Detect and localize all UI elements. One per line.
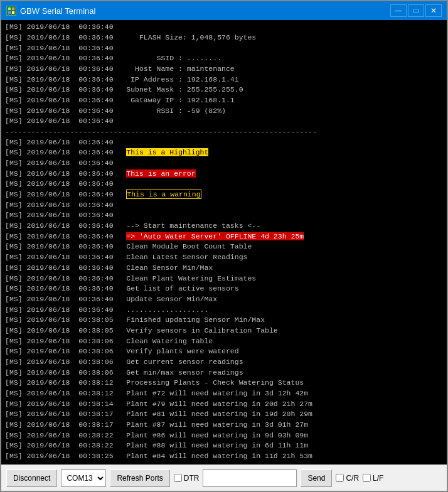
highlighted-text: => 'Auto Water Server' OFFLINE 4d 23h 25… bbox=[126, 232, 304, 240]
window-controls: — □ ✕ bbox=[390, 4, 442, 17]
terminal-line: [MS] 2019/06/18 00:36:40 bbox=[5, 137, 443, 148]
terminal-line: [MS] 2019/06/18 00:36:40 Clean Latest Se… bbox=[5, 252, 443, 263]
dtr-checkbox[interactable] bbox=[174, 474, 182, 482]
svg-rect-2 bbox=[12, 8, 14, 10]
terminal-line: [MS] 2019/06/18 00:36:40 bbox=[5, 22, 443, 33]
port-select[interactable]: COM13 COM1 COM2 COM3 bbox=[61, 469, 106, 487]
terminal-line: ----------------------------------------… bbox=[5, 127, 443, 137]
terminal-line: [MS] 2019/06/18 00:38:12 Plant #72 will … bbox=[5, 388, 443, 399]
terminal-line: [MS] 2019/06/18 00:36:40 bbox=[5, 116, 443, 127]
cr-label: C/R bbox=[346, 474, 359, 483]
terminal-output[interactable]: => Grow by Wire Maintenance Module=> ESP… bbox=[1, 20, 447, 464]
dtr-group: DTR bbox=[174, 474, 200, 483]
terminal-line: [MS] 2019/06/18 00:38:05 Verify sensors … bbox=[5, 326, 443, 336]
terminal-line: [MS] 2019/06/18 00:38:06 Clean Watering … bbox=[5, 336, 443, 347]
dtr-label: DTR bbox=[184, 474, 200, 483]
main-window: GBW Serial Terminal — □ ✕ => Grow by Wir… bbox=[0, 0, 448, 492]
terminal-line: [MS] 2019/06/18 00:38:17 Plant #81 will … bbox=[5, 409, 443, 420]
terminal-line: [MS] 2019/06/18 00:38:14 Plant #79 will … bbox=[5, 399, 443, 410]
app-icon bbox=[6, 6, 16, 16]
refresh-ports-button[interactable]: Refresh Ports bbox=[110, 469, 169, 487]
send-button[interactable]: Send bbox=[301, 469, 332, 487]
terminal-line: [MS] 2019/06/18 00:36:40 Clean Module Bo… bbox=[5, 242, 443, 252]
terminal-line: [MS] 2019/06/18 00:36:40 bbox=[5, 210, 443, 221]
terminal-line: [MS] 2019/06/18 00:38:17 Plant #87 will … bbox=[5, 420, 443, 430]
disconnect-button[interactable]: Disconnect bbox=[6, 469, 57, 487]
terminal-line: [MS] 2019/06/18 00:36:40 This is a Highl… bbox=[5, 147, 443, 158]
highlighted-text: This is a warning bbox=[126, 190, 201, 199]
terminal-line: [MS] 2019/06/18 00:38:22 Plant #88 will … bbox=[5, 441, 443, 451]
cr-group: C/R bbox=[336, 474, 359, 483]
terminal-line: [MS] 2019/06/18 00:36:40 bbox=[5, 158, 443, 169]
terminal-line: [MS] 2019/06/18 00:36:40 ...............… bbox=[5, 305, 443, 316]
terminal-line: [MS] 2019/06/18 00:36:40 IP Address : 19… bbox=[5, 75, 443, 85]
terminal-line: [MS] 2019/06/18 00:36:40 This is a warni… bbox=[5, 190, 443, 200]
terminal-line: [MS] 2019/06/18 00:36:40 Subnet Mask : 2… bbox=[5, 85, 443, 95]
bottom-toolbar: Disconnect COM13 COM1 COM2 COM3 Refresh … bbox=[1, 464, 447, 491]
cr-checkbox[interactable] bbox=[336, 474, 344, 482]
terminal-line: [MS] 2019/06/18 00:38:12 Processing Plan… bbox=[5, 378, 443, 388]
terminal-line: [MS] 2019/06/18 00:36:40 bbox=[5, 200, 443, 211]
terminal-line: [MS] 2019/06/18 00:36:40 Get list of act… bbox=[5, 284, 443, 294]
terminal-line: [MS] 2019/06/18 00:36:40 Clean Sensor Mi… bbox=[5, 263, 443, 274]
terminal-line: [MS] 2019/06/18 00:38:25 Plant #84 will … bbox=[5, 451, 443, 462]
lf-group: L/F bbox=[363, 474, 383, 483]
terminal-line: [MS] 2019/06/18 00:36:40 => 'Auto Water … bbox=[5, 232, 443, 242]
highlighted-text: This is a Highlight bbox=[126, 148, 208, 156]
title-bar: GBW Serial Terminal — □ ✕ bbox=[1, 1, 447, 20]
minimize-button[interactable]: — bbox=[390, 4, 407, 17]
send-input[interactable] bbox=[203, 469, 297, 487]
svg-rect-1 bbox=[8, 8, 11, 10]
terminal-line: [MS] 2019/06/18 00:36:40 bbox=[5, 43, 443, 54]
terminal-line: [MS] 2019/06/18 00:38:05 Finished updati… bbox=[5, 315, 443, 326]
terminal-line: [MS] 2019/06/18 00:36:40 SSID : ........ bbox=[5, 53, 443, 64]
highlighted-text: This is an error bbox=[126, 169, 195, 178]
terminal-line: [MS] 2019/06/18 00:36:40 --> Start maint… bbox=[5, 221, 443, 232]
terminal-line: [MS] 2019/06/18 00:38:22 Plant #86 will … bbox=[5, 430, 443, 441]
maximize-button[interactable]: □ bbox=[408, 4, 424, 17]
close-button[interactable]: ✕ bbox=[425, 4, 442, 17]
terminal-line: [MS] 2019/06/18 00:36:40 Gataway IP : 19… bbox=[5, 95, 443, 106]
terminal-line: [MS] 2019/06/18 00:36:40 FLASH Size: 1,0… bbox=[5, 33, 443, 43]
terminal-line: [MS] 2019/06/18 00:38:06 Verify plants w… bbox=[5, 346, 443, 357]
terminal-line: [MS] 2019/06/18 00:36:40 bbox=[5, 179, 443, 190]
svg-rect-3 bbox=[8, 11, 11, 14]
terminal-line: [MS] 2019/06/18 00:36:40 This is an erro… bbox=[5, 169, 443, 179]
terminal-line: [MS] 2019/06/18 00:36:40 Update Sensor M… bbox=[5, 294, 443, 305]
svg-rect-4 bbox=[12, 11, 14, 14]
terminal-line: [MS] 2019/06/18 00:36:40 RSSI : -59 (82%… bbox=[5, 106, 443, 117]
terminal-line: [MS] 2019/06/18 00:38:06 Get min/max sen… bbox=[5, 368, 443, 378]
lf-checkbox[interactable] bbox=[363, 474, 371, 482]
terminal-line: [MS] 2019/06/18 00:36:40 Clean Plant Wat… bbox=[5, 274, 443, 284]
lf-label: L/F bbox=[373, 474, 383, 483]
terminal-line: [MS] 2019/06/18 00:36:40 Host Name : mai… bbox=[5, 64, 443, 75]
window-title: GBW Serial Terminal bbox=[20, 6, 390, 16]
terminal-line: [MS] 2019/06/18 00:38:06 Get current sen… bbox=[5, 357, 443, 368]
